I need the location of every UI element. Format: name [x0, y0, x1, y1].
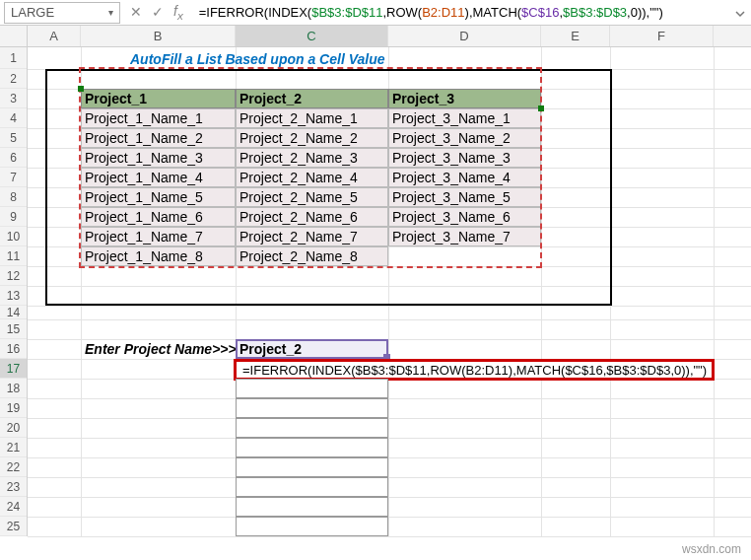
row-header[interactable]: 20: [0, 418, 27, 438]
row-header[interactable]: 15: [0, 319, 27, 339]
row-header[interactable]: 12: [0, 266, 27, 286]
expand-formula-bar-icon[interactable]: [729, 5, 751, 21]
table-cell: Project_2_Name_6: [236, 207, 362, 227]
confirm-icon[interactable]: ✓: [152, 4, 164, 20]
row-header[interactable]: 5: [0, 128, 27, 148]
select-all-triangle[interactable]: [0, 26, 28, 46]
formula-bar-controls: ✕ ✓ fx: [120, 3, 193, 22]
row-header[interactable]: 19: [0, 398, 27, 418]
table-cell: Project_1_Name_1: [81, 108, 207, 128]
formula-bar-row: LARGE ▾ ✕ ✓ fx =IFERROR(INDEX($B$3:$D$11…: [0, 0, 751, 26]
row-header[interactable]: 4: [0, 108, 27, 128]
row-header[interactable]: 16: [0, 339, 27, 359]
table-cell: Project_1_Name_2: [81, 128, 207, 148]
row-header[interactable]: 25: [0, 517, 27, 536]
col-header-f[interactable]: F: [610, 26, 714, 46]
table-cell: Project_2_Name_1: [236, 108, 362, 128]
table-cell: Project_2_Name_5: [236, 187, 362, 207]
row-header[interactable]: 2: [0, 69, 27, 89]
row-header[interactable]: 6: [0, 148, 27, 168]
col-header-a[interactable]: A: [28, 26, 81, 46]
col-header-c[interactable]: C: [236, 26, 388, 46]
table-cell: Project_1_Name_5: [81, 187, 207, 207]
table-cell: Project_1_Name_8: [81, 246, 207, 266]
row-header[interactable]: 24: [0, 497, 27, 517]
table-cell: Project_3_Name_7: [388, 227, 514, 246]
table-cell: Project_3_Name_6: [388, 207, 514, 227]
table-cell: Project_2_Name_3: [236, 148, 362, 168]
col-header-e[interactable]: E: [541, 26, 610, 46]
row-header[interactable]: 3: [0, 89, 27, 108]
fx-icon[interactable]: fx: [173, 3, 183, 22]
row-header[interactable]: 10: [0, 227, 27, 246]
enter-project-label: Enter Project Name>>>: [81, 339, 236, 359]
row-header[interactable]: 8: [0, 187, 27, 207]
table-header: Project_2: [236, 89, 306, 108]
row-header[interactable]: 14: [0, 306, 27, 319]
formula-cell-content: =IFERROR(INDEX($B$3:$D$11,ROW(B2:D11),MA…: [239, 360, 711, 380]
table-cell: Project_3_Name_1: [388, 108, 514, 128]
table-cell: Project_3_Name_2: [388, 128, 514, 148]
table-cell: Project_3_Name_5: [388, 187, 514, 207]
table-cell: Project_1_Name_6: [81, 207, 207, 227]
cancel-icon[interactable]: ✕: [130, 4, 142, 20]
row-header[interactable]: 9: [0, 207, 27, 227]
range-handle: [538, 105, 544, 111]
table-cell: Project_1_Name_7: [81, 227, 207, 246]
worksheet-grid[interactable]: AutoFill a List Based upon a Cell Value …: [28, 47, 751, 536]
table-header: Project_3: [388, 89, 458, 108]
row-header[interactable]: 11: [0, 246, 27, 266]
table-cell: Project_3_Name_3: [388, 148, 514, 168]
row-header[interactable]: 1: [0, 47, 27, 69]
enter-project-value: Project_2: [236, 339, 306, 359]
table-cell: Project_2_Name_8: [236, 246, 362, 266]
row-header[interactable]: 21: [0, 438, 27, 457]
table-cell: Project_2_Name_2: [236, 128, 362, 148]
name-box-dropdown[interactable]: ▾: [102, 7, 119, 18]
name-box-value: LARGE: [5, 5, 102, 20]
row-header[interactable]: 22: [0, 457, 27, 477]
row-header[interactable]: 13: [0, 286, 27, 306]
range-handle: [78, 86, 84, 92]
formula-input[interactable]: =IFERROR(INDEX($B$3:$D$11,ROW(B2:D11),MA…: [193, 2, 729, 24]
row-header[interactable]: 18: [0, 379, 27, 398]
row-header[interactable]: 7: [0, 168, 27, 187]
col-header-d[interactable]: D: [388, 26, 541, 46]
row-header[interactable]: 23: [0, 477, 27, 497]
table-header: Project_1: [81, 89, 151, 108]
name-box[interactable]: LARGE ▾: [4, 2, 120, 24]
col-header-b[interactable]: B: [81, 26, 236, 46]
table-cell: Project_3_Name_4: [388, 168, 514, 187]
table-cell: Project_1_Name_3: [81, 148, 207, 168]
page-title: AutoFill a List Based upon a Cell Value: [126, 48, 520, 70]
row-header[interactable]: 17: [0, 359, 27, 379]
table-cell: Project_2_Name_7: [236, 227, 362, 246]
table-cell: Project_1_Name_4: [81, 168, 207, 187]
watermark: wsxdn.com: [682, 542, 741, 556]
row-headers: 1 2 3 4 5 6 7 8 9 10 11 12 13 14 15 16 1…: [0, 47, 28, 536]
column-headers: A B C D E F: [0, 26, 751, 47]
table-cell: Project_2_Name_4: [236, 168, 362, 187]
